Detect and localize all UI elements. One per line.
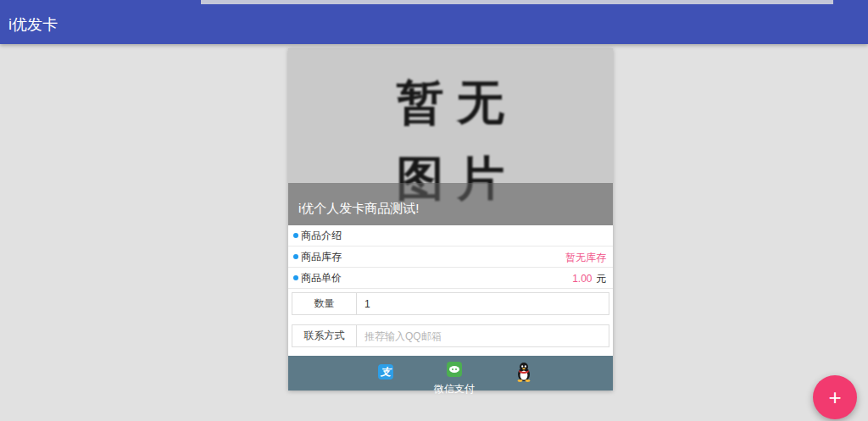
info-label: 商品库存: [293, 250, 342, 264]
top-scroll-strip: [201, 0, 833, 4]
bullet-dot-icon: [293, 254, 298, 259]
quantity-label: 数量: [292, 293, 357, 314]
price-value: 1.00: [572, 273, 592, 285]
info-label: 商品单价: [293, 271, 342, 285]
info-label-text: 商品单价: [301, 271, 342, 285]
wechat-pay-button[interactable]: 微信支付: [434, 362, 475, 396]
info-row-intro[interactable]: 商品介绍: [288, 225, 613, 247]
site-title: i优发卡: [8, 14, 58, 35]
alipay-icon: 支: [378, 364, 393, 379]
stock-status: 暂无库存: [565, 252, 606, 263]
contact-input[interactable]: [357, 325, 609, 346]
wechat-pay-label: 微信支付: [434, 382, 475, 396]
contact-label: 联系方式: [292, 325, 357, 346]
quantity-input[interactable]: [357, 293, 609, 314]
qq-penguin-icon: [515, 362, 532, 382]
info-row-price[interactable]: 商品单价 1.00 元: [288, 268, 613, 289]
top-navbar: i优发卡: [0, 0, 868, 44]
no-image-text-line1: 暂 无: [288, 79, 613, 126]
info-label: 商品介绍: [293, 229, 342, 243]
product-title-band: i优个人发卡商品测试!: [288, 183, 613, 225]
payment-footer: 支 微信支付: [288, 356, 613, 391]
bullet-dot-icon: [293, 275, 298, 280]
product-image-placeholder: 暂 无 图 片 i优个人发卡商品测试!: [288, 48, 613, 225]
product-title: i优个人发卡商品测试!: [298, 201, 420, 215]
price-unit: 元: [596, 273, 606, 285]
info-label-text: 商品介绍: [301, 229, 342, 243]
contact-group: 联系方式: [292, 324, 609, 347]
product-card: 暂 无 图 片 i优个人发卡商品测试! 商品介绍 商品库存 暂无库存: [288, 48, 613, 391]
product-info-table: 商品介绍 商品库存 暂无库存 商品单价 1.00: [288, 225, 613, 289]
info-label-text: 商品库存: [301, 250, 342, 264]
quantity-group: 数量: [292, 292, 609, 315]
info-row-stock[interactable]: 商品库存 暂无库存: [288, 247, 613, 268]
wechat-icon: [447, 362, 462, 377]
add-fab-button[interactable]: +: [813, 375, 857, 419]
bullet-dot-icon: [293, 233, 298, 238]
qq-pay-button[interactable]: [515, 362, 532, 385]
alipay-pay-button[interactable]: 支: [378, 363, 393, 379]
